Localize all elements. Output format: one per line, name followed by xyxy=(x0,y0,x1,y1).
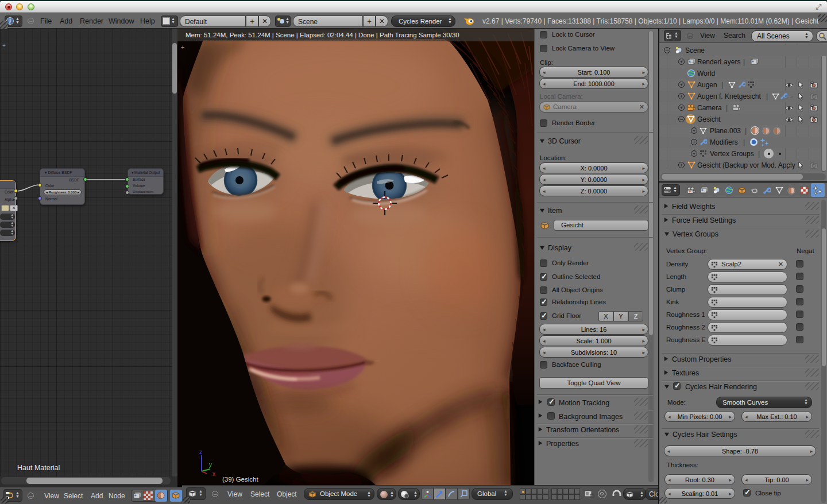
svg-text:y: y xyxy=(209,462,212,468)
svg-text:x: x xyxy=(212,471,215,477)
svg-text:z: z xyxy=(199,449,202,455)
svg-text:Mem: 51.24M, Peak: 51.24M | Sc: Mem: 51.24M, Peak: 51.24M | Scene | Elap… xyxy=(186,32,459,38)
svg-text:(39) Gesicht: (39) Gesicht xyxy=(222,476,258,483)
svg-text:+: + xyxy=(181,44,184,51)
